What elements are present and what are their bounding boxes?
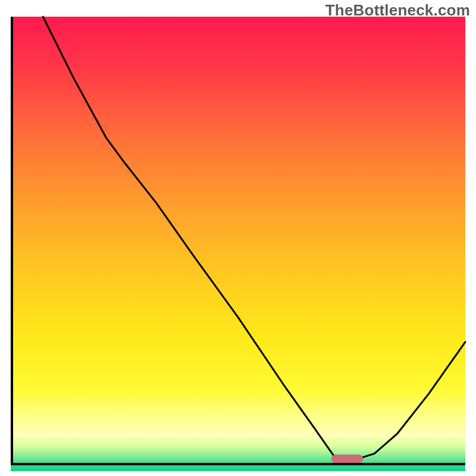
optimal-range-marker: [331, 455, 363, 463]
bottleneck-curve: [11, 17, 465, 465]
x-axis: [11, 463, 465, 465]
chart-canvas: TheBottleneck.com: [0, 0, 476, 476]
y-axis: [11, 17, 13, 465]
plot-area: [11, 17, 465, 465]
